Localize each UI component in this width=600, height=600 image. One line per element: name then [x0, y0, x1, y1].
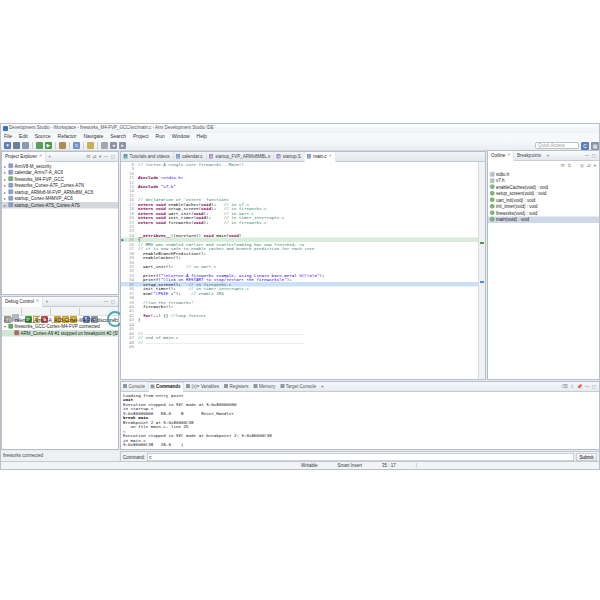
code-area[interactable]: 8// Cortex-A single-core fireworks - Mai…: [121, 162, 478, 379]
menu-source[interactable]: Source: [35, 134, 51, 142]
minimize-icon[interactable]: —: [104, 299, 109, 308]
code-token: void: [204, 233, 214, 238]
welcome-icon: ⌂: [124, 154, 128, 159]
console-tab-registers[interactable]: Registers: [222, 382, 252, 392]
close-icon[interactable]: ✕: [39, 154, 42, 163]
scroll-lock-icon[interactable]: ⇩: [570, 384, 574, 393]
code-token: // -------------------------------------…: [138, 339, 304, 344]
close-icon[interactable]: ✕: [507, 153, 510, 162]
sort-icon[interactable]: ⇅: [568, 163, 572, 168]
save-all-icon[interactable]: [22, 142, 29, 149]
console-output[interactable]: Loading from entry pointwaitExecution st…: [123, 393, 593, 448]
collapse-all-icon[interactable]: ⊟: [561, 163, 565, 168]
maximize-icon[interactable]: ▢: [592, 384, 596, 393]
code-token: extern void: [138, 219, 166, 224]
add-view-icon[interactable]: +: [544, 151, 552, 161]
tab-breakpoints[interactable]: Breakpoints: [514, 151, 544, 161]
function-icon: [490, 217, 495, 222]
add-view-icon[interactable]: +: [46, 152, 54, 162]
open-perspective-icon[interactable]: ▦: [591, 142, 599, 150]
menu-navigate[interactable]: Navigate: [83, 134, 103, 142]
code-line[interactable]: 49: [121, 344, 478, 348]
code-token: );: [320, 273, 325, 278]
new-c-file-icon[interactable]: c: [73, 142, 80, 149]
console-tab-console[interactable]: Console: [121, 382, 148, 392]
console-tab-memory[interactable]: Memory: [252, 382, 279, 392]
ide-window: Development Studio - Workspace - firewor…: [0, 123, 600, 470]
editor-tab-calendar-c[interactable]: Ccalendar.c: [174, 152, 207, 162]
status-separator: |: [416, 463, 417, 471]
add-view-icon[interactable]: +: [43, 297, 51, 307]
debug-item[interactable]: ARM_Cortex-A9 #1 stopped on breakpoint #…: [2, 330, 118, 337]
commands-icon: [151, 385, 155, 389]
menu-file[interactable]: File: [4, 134, 12, 142]
save-icon[interactable]: [13, 142, 20, 149]
tab-outline[interactable]: Outline ✕: [488, 151, 514, 161]
minimize-icon[interactable]: —: [104, 154, 109, 163]
link-with-editor-icon[interactable]: ⇄: [93, 154, 97, 163]
menu-refactor[interactable]: Refactor: [58, 134, 77, 142]
editor-tab-main-c[interactable]: Cmain.c✕: [305, 152, 336, 162]
editor-tab-startup-fvp-armv8mbl-s[interactable]: Sstartup_FVP_ARMv8MBL.s: [207, 152, 275, 162]
last-edit-icon[interactable]: [101, 142, 108, 149]
console-panel: ConsoleCommands(x)= VariablesRegistersMe…: [120, 381, 600, 450]
editor-tab-tutorials-and-videos[interactable]: ⌂Tutorials and videos: [121, 152, 174, 162]
close-icon[interactable]: ✕: [328, 154, 331, 163]
link-with-editor-icon[interactable]: ⇄: [587, 163, 591, 168]
run-icon[interactable]: ▶: [45, 142, 52, 149]
cpp-perspective-icon[interactable]: C: [581, 142, 589, 150]
project-icon: [9, 177, 14, 182]
window-title: Development Studio - Workspace - firewor…: [9, 125, 214, 130]
menu-window[interactable]: Window: [172, 134, 190, 142]
debug-config-icon[interactable]: [36, 142, 43, 149]
pin-console-icon[interactable]: 📌: [577, 384, 583, 393]
maximize-icon[interactable]: ▢: [111, 299, 115, 308]
submit-button[interactable]: Submit: [576, 453, 597, 461]
editor-tab-startup-s[interactable]: Sstartup.S: [274, 152, 305, 162]
editor-tab-label: calendar.c: [182, 154, 203, 163]
search-icon[interactable]: [87, 142, 94, 149]
outline-item-main-void-void[interactable]: main(void) : void: [488, 217, 599, 224]
quick-access-box[interactable]: Quick Access: [535, 142, 579, 149]
outline-item-label: enableCaches(void) : void: [496, 185, 548, 190]
menu-help[interactable]: Help: [197, 134, 207, 142]
code-token: enableCaches();: [138, 255, 181, 260]
add-console-tab[interactable]: +: [319, 382, 327, 392]
view-menu-icon[interactable]: ▾: [594, 163, 596, 168]
hide-static-icon[interactable]: ◎: [580, 163, 584, 168]
console-tab-target-console[interactable]: Target Console: [278, 382, 319, 392]
project-icon: [9, 196, 14, 201]
command-input[interactable]: [147, 453, 574, 461]
project-item-startup-cortex-a7s-cortex-a7s[interactable]: ▸startup_Cortex-A7S_Cortex-A7S: [2, 202, 118, 209]
code-token: //loop forever: [171, 313, 206, 318]
back-icon[interactable]: ◂: [110, 142, 117, 149]
outline-item-label: setup_screen(void) : void: [496, 191, 546, 196]
console-tab-commands[interactable]: Commands: [148, 382, 184, 392]
tab-project-explorer[interactable]: Project Explorer ✕: [2, 152, 46, 162]
debug-item-label: ARM_Cortex-A9 #1 stopped on breakpoint #…: [21, 331, 119, 336]
minimize-icon[interactable]: —: [585, 153, 590, 162]
menu-search[interactable]: Search: [110, 134, 126, 142]
menu-bar: FileEditSourceRefactorNavigateSearchProj…: [1, 133, 600, 141]
toolbar-separator: [83, 142, 84, 149]
console-tab-x-variables[interactable]: (x)= Variables: [184, 382, 222, 392]
view-menu-icon[interactable]: ▾: [99, 154, 101, 163]
clear-console-icon[interactable]: ⌫: [561, 384, 567, 393]
close-icon[interactable]: ✕: [36, 299, 39, 308]
collapse-all-icon[interactable]: ⊟: [86, 154, 90, 163]
editor-panel: ⌂Tutorials and videosCcalendar.cSstartup…: [120, 151, 486, 380]
outline-item-label: stdio.h: [496, 172, 509, 177]
menu-project[interactable]: Project: [133, 134, 149, 142]
overview-ruler[interactable]: [478, 162, 485, 379]
tab-debug-control[interactable]: Debug Control ✕: [2, 297, 43, 307]
maximize-icon[interactable]: ▢: [592, 153, 596, 162]
new-file-icon[interactable]: ▾: [4, 142, 11, 149]
minimize-icon[interactable]: —: [585, 384, 590, 393]
build-icon[interactable]: [59, 142, 66, 149]
maximize-icon[interactable]: ▢: [111, 154, 115, 163]
forward-icon[interactable]: ▸: [119, 142, 126, 149]
hide-fields-icon[interactable]: ◌: [574, 163, 577, 168]
menu-edit[interactable]: Edit: [19, 134, 28, 142]
menu-run[interactable]: Run: [156, 134, 165, 142]
toolbar-separator: [79, 308, 80, 315]
